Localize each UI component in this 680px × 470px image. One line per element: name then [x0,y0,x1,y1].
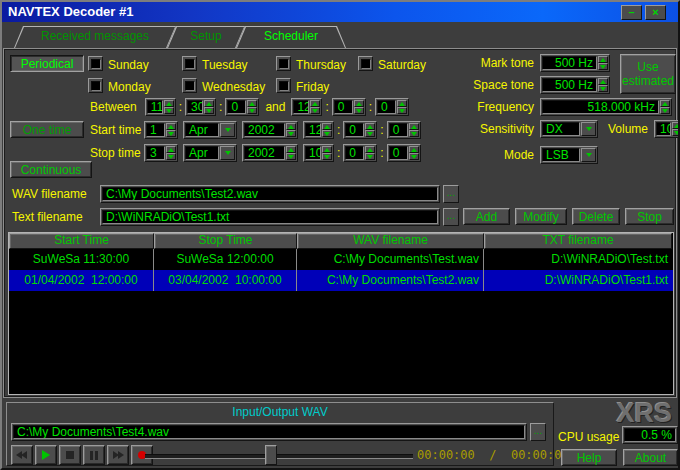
checkbox-thursday[interactable] [276,56,291,71]
spinner-up-button[interactable] [166,146,176,153]
stop-year-field[interactable]: 2002 [242,144,298,162]
table-row[interactable]: SuWeSa 11:30:00 SuWeSa 12:00:00 C:\My Do… [9,249,673,270]
playback-slider-track[interactable] [145,454,413,459]
delete-button[interactable]: Delete [572,208,620,225]
spinner-down-button[interactable] [322,153,332,160]
spinner-down-button[interactable] [166,153,176,160]
text-filename-field[interactable]: D:\WiNRADiO\Test1.txt [100,208,440,226]
spinner-up-button[interactable] [204,100,214,107]
spinner-up-button[interactable] [397,100,407,107]
between-end-minute-field[interactable]: 0 [332,98,366,116]
start-year-value[interactable]: 2002 [244,123,285,137]
volume-value[interactable]: 10 [656,122,671,136]
spinner-down-button[interactable] [204,107,214,114]
spinner-up-button[interactable] [322,123,332,130]
mode-value[interactable]: LSB [542,148,580,162]
continuous-button[interactable]: Continuous [10,161,92,178]
dropdown-button[interactable] [581,148,596,162]
add-button[interactable]: Add [463,208,510,225]
start-hour-field[interactable]: 12 [303,121,334,139]
start-hour-value[interactable]: 12 [305,123,321,137]
checkbox-friday[interactable] [276,78,291,93]
stop-second-field[interactable]: 0 [387,144,421,162]
start-day-value[interactable]: 1 [146,123,165,137]
io-browse-button[interactable]: ... [530,423,546,441]
spinner-up-button[interactable] [409,146,419,153]
mark-tone-field[interactable]: 500 Hz [540,54,610,72]
stop-year-value[interactable]: 2002 [244,146,285,160]
checkbox-sunday[interactable] [88,56,103,71]
between-start-second-field[interactable]: 0 [225,98,259,116]
spinner-up-button[interactable] [322,146,332,153]
between-start-minute-value[interactable]: 30 [187,100,203,114]
playback-slider-handle[interactable] [265,445,277,465]
checkbox-wednesday[interactable] [182,78,197,93]
spinner-down-button[interactable] [286,153,296,160]
spinner-down-button[interactable] [286,130,296,137]
use-estimated-button[interactable]: Use estimated [620,54,676,94]
tab-setup[interactable]: Setup [167,26,245,48]
spinner-down-button[interactable] [164,107,174,114]
dropdown-button[interactable] [220,123,235,137]
rewind-button[interactable] [11,445,33,465]
spinner-down-button[interactable] [409,130,419,137]
close-button[interactable]: × [645,5,666,20]
wav-browse-button[interactable]: ... [443,185,459,203]
spinner-up-button[interactable] [164,100,174,107]
frequency-value[interactable]: 518.000 kHz [542,100,659,114]
spinner-up-button[interactable] [365,146,375,153]
spinner-down-button[interactable] [397,107,407,114]
sensitivity-dropdown[interactable]: DX [540,120,598,138]
wav-filename-value[interactable]: C:\My Documents\Test2.wav [102,187,438,201]
checkbox-saturday[interactable] [358,56,373,71]
spinner-up-button[interactable] [166,123,176,130]
spinner-up-button[interactable] [247,100,257,107]
stop-month-value[interactable]: Apr [185,146,219,160]
spinner-up-button[interactable] [286,123,296,130]
column-header-start-time[interactable]: Start Time [9,233,154,249]
stop-button[interactable]: Stop [625,208,674,225]
io-file-field[interactable]: C:\My Documents\Test4.wav [11,423,527,441]
between-end-hour-value[interactable]: 12 [293,100,309,114]
spinner-down-button[interactable] [354,107,364,114]
space-tone-field[interactable]: 500 Hz [540,76,610,94]
spinner-up-button[interactable] [660,100,670,107]
spinner-down-button[interactable] [365,130,375,137]
text-browse-button[interactable]: ... [443,208,459,226]
spinner-up-button[interactable] [598,78,608,85]
between-start-hour-field[interactable]: 11 [145,98,176,116]
between-start-hour-value[interactable]: 11 [147,100,163,114]
tab-received-messages[interactable]: Received messages [14,26,176,48]
spinner-down-button[interactable] [660,107,670,114]
between-end-second-value[interactable]: 0 [377,100,396,114]
start-minute-field[interactable]: 0 [343,121,377,139]
text-filename-value[interactable]: D:\WiNRADiO\Test1.txt [102,210,438,224]
start-year-field[interactable]: 2002 [242,121,298,139]
spinner-up-button[interactable] [672,122,680,129]
volume-field[interactable]: 10 [654,120,680,138]
between-start-second-value[interactable]: 0 [227,100,246,114]
about-button[interactable]: About [623,449,678,466]
stop-playback-button[interactable] [59,445,81,465]
between-end-minute-value[interactable]: 0 [334,100,353,114]
start-second-value[interactable]: 0 [389,123,408,137]
spinner-down-button[interactable] [672,129,680,136]
start-month-value[interactable]: Apr [185,123,219,137]
mark-tone-value[interactable]: 500 Hz [542,56,597,70]
stop-hour-value[interactable]: 10 [305,146,321,160]
column-header-stop-time[interactable]: Stop Time [154,233,297,249]
spinner-up-button[interactable] [286,146,296,153]
spinner-down-button[interactable] [310,107,320,114]
periodical-button[interactable]: Periodical [10,55,84,72]
column-header-txt-filename[interactable]: TXT filename [484,233,672,249]
minimize-button[interactable]: – [621,5,642,20]
checkbox-tuesday[interactable] [182,56,197,71]
between-end-second-field[interactable]: 0 [375,98,409,116]
start-minute-value[interactable]: 0 [345,123,364,137]
wav-filename-field[interactable]: C:\My Documents\Test2.wav [100,185,440,203]
spinner-down-button[interactable] [166,130,176,137]
stop-second-value[interactable]: 0 [389,146,408,160]
io-file-value[interactable]: C:\My Documents\Test4.wav [13,425,525,439]
checkbox-monday[interactable] [88,78,103,93]
column-header-wav-filename[interactable]: WAV filename [297,233,484,249]
